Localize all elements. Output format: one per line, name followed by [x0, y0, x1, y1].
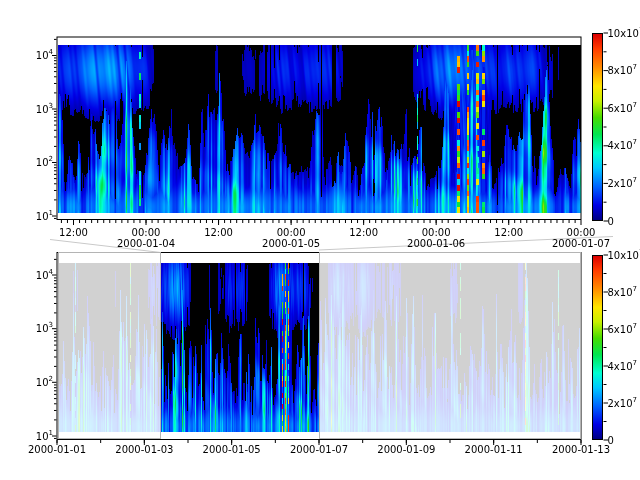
- x-tick-date-label: 2000-01-03: [115, 444, 173, 455]
- label-text: 6x10: [608, 324, 633, 335]
- exponent: 7: [633, 285, 637, 293]
- y-tick-label: 101: [36, 211, 53, 222]
- spectrogram-figure: 12:0000:002000-01-0412:0000:002000-01-05…: [0, 0, 640, 480]
- y-tick-label: 102: [36, 157, 53, 168]
- label-text: 2000-01-09: [377, 444, 435, 455]
- colorbar-top: [592, 33, 603, 221]
- label-text: 10: [36, 157, 49, 168]
- exponent: 2: [49, 155, 53, 163]
- colorbar-tick-label: 8x107: [608, 65, 637, 76]
- x-tick-date-label: 2000-01-06: [407, 238, 465, 249]
- exponent: 1: [49, 429, 53, 437]
- x-tick-time-label: 12:00: [59, 227, 88, 238]
- x-tick-date-label: 2000-01-05: [203, 444, 261, 455]
- label-text: 12:00: [494, 227, 523, 238]
- x-tick-date-label: 2000-01-05: [262, 238, 320, 249]
- exponent: 7: [633, 101, 637, 109]
- x-tick-date-label: 2000-01-09: [377, 444, 435, 455]
- x-tick-time-label: 12:00: [204, 227, 233, 238]
- colorbar-tick-label: 6x107: [608, 103, 637, 114]
- exponent: 2: [49, 375, 53, 383]
- label-text: 6x10: [608, 103, 633, 114]
- exponent: 7: [633, 63, 637, 71]
- label-text: 2000-01-07: [552, 238, 610, 249]
- overview-selection-region[interactable]: [161, 252, 319, 440]
- exponent: 4: [49, 48, 53, 56]
- x-tick-date-label: 2000-01-07: [552, 238, 610, 249]
- overview-dimmed-region-right[interactable]: [319, 252, 581, 439]
- label-text: 2000-01-05: [203, 444, 261, 455]
- y-tick-label: 104: [36, 50, 53, 61]
- colorbar-tick-label: 6x107: [608, 324, 637, 335]
- x-tick-time-label: 00:00: [277, 227, 306, 238]
- label-text: 10: [36, 270, 49, 281]
- x-tick-time-label: 00:00: [422, 227, 451, 238]
- colorbar-bottom: [592, 255, 603, 440]
- exponent: 7: [633, 359, 637, 367]
- exponent: 7: [633, 322, 637, 330]
- exponent: 3: [49, 321, 53, 329]
- exponent: 1: [49, 209, 53, 217]
- y-tick-label: 103: [36, 104, 53, 115]
- zoom-spectrogram-plot[interactable]: [58, 45, 581, 213]
- y-tick-label: 101: [36, 431, 53, 442]
- overview-dimmed-region-left[interactable]: [58, 252, 162, 439]
- colorbar-tick-label: 4x107: [608, 140, 637, 151]
- colorbar-tick-label: 2x107: [608, 178, 637, 189]
- x-tick-time-label: 00:00: [567, 227, 596, 238]
- exponent: 7: [633, 176, 637, 184]
- label-text: 10x10: [608, 28, 639, 39]
- label-text: 12:00: [349, 227, 378, 238]
- label-text: 0: [608, 435, 614, 446]
- label-text: 2x10: [608, 178, 633, 189]
- x-tick-time-label: 12:00: [349, 227, 378, 238]
- x-tick-date-label: 2000-01-13: [552, 444, 610, 455]
- exponent: 7: [633, 138, 637, 146]
- label-text: 2000-01-04: [117, 238, 175, 249]
- colorbar-tick-label: 4x107: [608, 361, 637, 372]
- x-tick-date-label: 2000-01-01: [28, 444, 86, 455]
- label-text: 2x10: [608, 398, 633, 409]
- label-text: 2000-01-01: [28, 444, 86, 455]
- y-tick-label: 104: [36, 270, 53, 281]
- label-text: 10: [36, 431, 49, 442]
- colorbar-tick-label: 10x107: [608, 28, 640, 39]
- label-text: 2000-01-07: [290, 444, 348, 455]
- label-text: 2000-01-05: [262, 238, 320, 249]
- label-text: 12:00: [204, 227, 233, 238]
- x-tick-time-label: 12:00: [494, 227, 523, 238]
- x-tick-date-label: 2000-01-11: [465, 444, 523, 455]
- label-text: 8x10: [608, 287, 633, 298]
- label-text: 2000-01-06: [407, 238, 465, 249]
- label-text: 10: [36, 211, 49, 222]
- label-text: 2000-01-11: [465, 444, 523, 455]
- label-text: 4x10: [608, 141, 633, 152]
- colorbar-tick-label: 2x107: [608, 398, 637, 409]
- exponent: 4: [49, 268, 53, 276]
- label-text: 4x10: [608, 361, 633, 372]
- label-text: 2000-01-03: [115, 444, 173, 455]
- x-tick-date-label: 2000-01-07: [290, 444, 348, 455]
- label-text: 00:00: [277, 227, 306, 238]
- label-text: 8x10: [608, 65, 633, 76]
- colorbar-tick-label: 0: [608, 216, 614, 227]
- label-text: 10: [36, 104, 49, 115]
- label-text: 10: [36, 50, 49, 61]
- label-text: 12:00: [59, 227, 88, 238]
- label-text: 0: [608, 216, 614, 227]
- x-tick-date-label: 2000-01-04: [117, 238, 175, 249]
- label-text: 2000-01-13: [552, 444, 610, 455]
- label-text: 00:00: [132, 227, 161, 238]
- exponent: 7: [633, 396, 637, 404]
- x-tick-time-label: 00:00: [132, 227, 161, 238]
- label-text: 00:00: [567, 227, 596, 238]
- colorbar-tick-label: 0: [608, 435, 614, 446]
- y-tick-label: 102: [36, 377, 53, 388]
- label-text: 10x10: [608, 250, 639, 261]
- label-text: 10: [36, 324, 49, 335]
- colorbar-tick-label: 10x107: [608, 250, 640, 261]
- label-text: 00:00: [422, 227, 451, 238]
- y-tick-label: 103: [36, 323, 53, 334]
- exponent: 3: [49, 102, 53, 110]
- colorbar-tick-label: 8x107: [608, 287, 637, 298]
